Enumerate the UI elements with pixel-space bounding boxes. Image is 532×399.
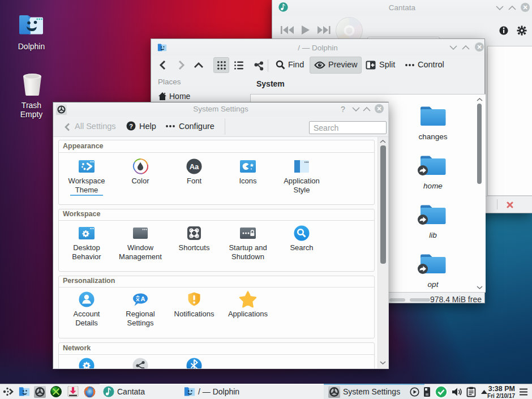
svg-text:A: A [141,295,145,302]
svg-text:Aa: Aa [190,162,199,171]
svg-text:?: ? [129,123,133,130]
